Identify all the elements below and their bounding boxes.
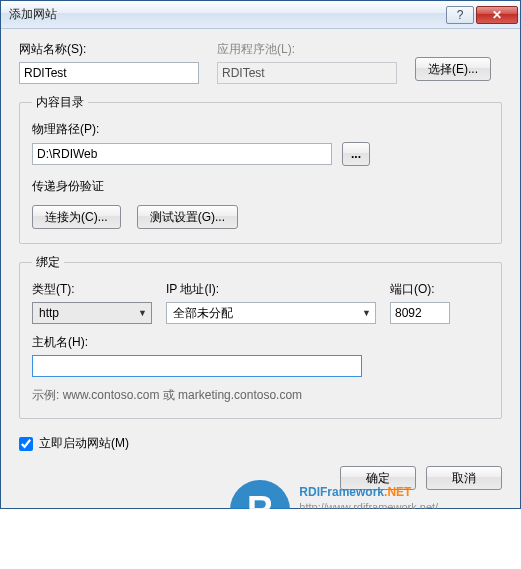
binding-legend: 绑定: [32, 254, 64, 271]
select-pool-button[interactable]: 选择(E)...: [415, 57, 491, 81]
binding-type-select[interactable]: http ▼: [32, 302, 152, 324]
site-name-label: 网站名称(S):: [19, 41, 199, 58]
close-icon: ✕: [492, 8, 502, 22]
ok-button[interactable]: 确定: [340, 466, 416, 490]
physical-path-input[interactable]: [32, 143, 332, 165]
content-directory-legend: 内容目录: [32, 94, 88, 111]
titlebar-buttons: ? ✕: [446, 6, 518, 24]
chevron-down-icon: ▼: [362, 308, 371, 318]
dialog-body: 网站名称(S): 应用程序池(L): 选择(E)... 内容目录 物理路径(P)…: [1, 29, 520, 508]
passthrough-auth-label: 传递身份验证: [32, 178, 489, 195]
help-button[interactable]: ?: [446, 6, 474, 24]
ellipsis-icon: ...: [351, 147, 361, 161]
binding-ip-value: 全部未分配: [173, 305, 362, 322]
connect-as-button[interactable]: 连接为(C)...: [32, 205, 121, 229]
binding-group: 绑定 类型(T): http ▼ IP 地址(I): 全部未分配 ▼: [19, 254, 502, 419]
site-name-input[interactable]: [19, 62, 199, 84]
hostname-hint: 示例: www.contoso.com 或 marketing.contoso.…: [32, 387, 489, 404]
binding-ip-select[interactable]: 全部未分配 ▼: [166, 302, 376, 324]
binding-ip-label: IP 地址(I):: [166, 281, 376, 298]
test-settings-button[interactable]: 测试设置(G)...: [137, 205, 238, 229]
browse-path-button[interactable]: ...: [342, 142, 370, 166]
start-now-checkbox[interactable]: [19, 437, 33, 451]
titlebar: 添加网站 ? ✕: [1, 1, 520, 29]
app-pool-label: 应用程序池(L):: [217, 41, 397, 58]
binding-type-value: http: [39, 306, 138, 320]
help-icon: ?: [457, 8, 464, 22]
binding-port-input[interactable]: [390, 302, 450, 324]
add-website-dialog: 添加网站 ? ✕ 网站名称(S): 应用程序池(L): 选择(E)... 内容目…: [0, 0, 521, 509]
binding-type-label: 类型(T):: [32, 281, 152, 298]
chevron-down-icon: ▼: [138, 308, 147, 318]
window-title: 添加网站: [9, 6, 446, 23]
close-button[interactable]: ✕: [476, 6, 518, 24]
dialog-footer: 确定 取消: [19, 460, 502, 490]
content-directory-group: 内容目录 物理路径(P): ... 传递身份验证 连接为(C)... 测试设置(…: [19, 94, 502, 244]
start-now-label: 立即启动网站(M): [39, 435, 129, 452]
physical-path-label: 物理路径(P):: [32, 121, 489, 138]
cancel-button[interactable]: 取消: [426, 466, 502, 490]
hostname-input[interactable]: [32, 355, 362, 377]
hostname-label: 主机名(H):: [32, 334, 489, 351]
binding-port-label: 端口(O):: [390, 281, 460, 298]
app-pool-value: [217, 62, 397, 84]
